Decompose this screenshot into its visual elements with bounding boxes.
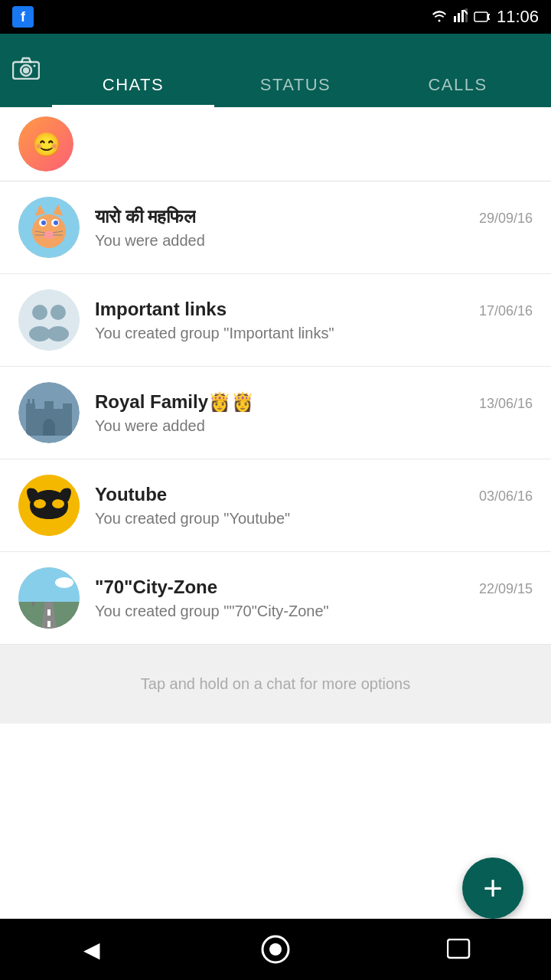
chat-top: यारो की महफिल 29/09/16 (95, 206, 533, 227)
back-button[interactable]: ◀ (69, 926, 115, 972)
chat-content: यारो की महफिल 29/09/16 You were added (95, 206, 533, 250)
chat-name: यारो की महफिल (95, 206, 196, 227)
svg-point-27 (32, 305, 47, 320)
chat-top: "70"City-Zone 22/09/15 (95, 577, 533, 598)
avatar (18, 475, 80, 536)
new-chat-fab[interactable]: + (462, 858, 523, 919)
home-button[interactable] (253, 926, 298, 972)
chat-item[interactable]: यारो की महफिल 29/09/16 You were added (0, 181, 551, 274)
chat-last-message: You were added (95, 417, 533, 435)
status-bar-left: f (12, 6, 34, 28)
chat-date: 17/06/16 (479, 303, 533, 319)
chat-content: Royal Family👸👸 13/06/16 You were added (95, 391, 533, 435)
wifi-icon (431, 7, 448, 27)
svg-point-20 (54, 220, 58, 225)
chat-last-message: You were added (95, 232, 533, 250)
svg-point-11 (23, 67, 29, 74)
chat-name: Important links (95, 299, 227, 320)
svg-rect-5 (474, 12, 487, 21)
svg-rect-54 (448, 939, 469, 958)
svg-rect-35 (63, 403, 72, 414)
app-bar: CHATS STATUS CALLS (0, 34, 551, 107)
chat-date: 13/06/16 (479, 396, 533, 412)
avatar: 70 (18, 567, 80, 629)
chat-item-partial[interactable]: 😊 (0, 107, 551, 181)
svg-point-42 (52, 499, 64, 508)
svg-rect-37 (32, 399, 34, 405)
svg-rect-1 (458, 13, 460, 22)
chat-name: Royal Family👸👸 (95, 391, 254, 413)
chat-item[interactable]: 70 "70"City-Zone 22/09/15 You created gr… (0, 552, 551, 645)
chat-top: Important links 17/06/16 (95, 299, 533, 320)
signal-icon (454, 7, 468, 27)
svg-point-19 (41, 220, 46, 225)
svg-rect-39 (43, 426, 55, 436)
chat-name: Youtube (95, 484, 167, 505)
tab-calls[interactable]: CALLS (377, 75, 539, 107)
svg-point-28 (51, 305, 66, 320)
tab-bar: CHATS STATUS CALLS (52, 34, 539, 107)
chat-content: "70"City-Zone 22/09/15 You created group… (95, 577, 533, 620)
chat-list: 😊 (0, 107, 551, 919)
avatar (18, 197, 80, 258)
hint-text: Tap and hold on a chat for more options (0, 645, 551, 724)
chat-last-message: You created group "Important links" (95, 325, 533, 342)
chat-item[interactable]: Youtube 03/06/16 You created group "Yout… (0, 459, 551, 552)
chat-date: 29/09/16 (479, 211, 533, 227)
chat-date: 22/09/15 (479, 581, 533, 597)
svg-rect-33 (26, 403, 35, 414)
svg-point-12 (34, 64, 36, 67)
svg-point-41 (34, 499, 46, 508)
status-bar-right: 11:06 (431, 7, 539, 27)
chat-last-message: You created group ""70"City-Zone" (95, 603, 533, 620)
recent-apps-button[interactable] (436, 926, 482, 972)
chat-top: Youtube 03/06/16 (95, 484, 533, 505)
bottom-navigation: ◀ (0, 919, 551, 980)
facebook-icon: f (12, 6, 34, 28)
svg-rect-2 (461, 10, 464, 22)
avatar-partial: 😊 (18, 116, 73, 172)
chat-date: 03/06/16 (479, 488, 533, 505)
chat-top: Royal Family👸👸 13/06/16 (95, 391, 533, 413)
status-bar: f 11:06 (0, 0, 551, 34)
time-display: 11:06 (497, 7, 539, 27)
svg-rect-3 (465, 8, 468, 22)
avatar (18, 382, 80, 443)
chat-content: Youtube 03/06/16 You created group "Yout… (95, 484, 533, 528)
battery-icon (474, 7, 491, 27)
svg-rect-34 (44, 401, 54, 415)
svg-rect-45 (47, 609, 51, 616)
svg-rect-0 (454, 16, 456, 22)
svg-point-29 (29, 326, 51, 341)
chat-item[interactable]: Important links 17/06/16 You created gro… (0, 274, 551, 367)
svg-rect-36 (28, 399, 30, 405)
svg-rect-46 (47, 621, 51, 627)
camera-icon[interactable] (12, 57, 40, 85)
avatar (18, 289, 80, 351)
chat-item[interactable]: Royal Family👸👸 13/06/16 You were added (0, 367, 551, 459)
svg-point-53 (269, 943, 282, 956)
chat-content: Important links 17/06/16 You created gro… (95, 299, 533, 342)
chat-name: "70"City-Zone (95, 577, 217, 598)
tab-chats[interactable]: CHATS (52, 75, 214, 107)
svg-point-30 (47, 326, 69, 341)
svg-point-51 (55, 577, 73, 588)
tab-status[interactable]: STATUS (214, 75, 377, 107)
chat-last-message: You created group "Youtube" (95, 510, 533, 528)
svg-point-26 (18, 289, 80, 351)
